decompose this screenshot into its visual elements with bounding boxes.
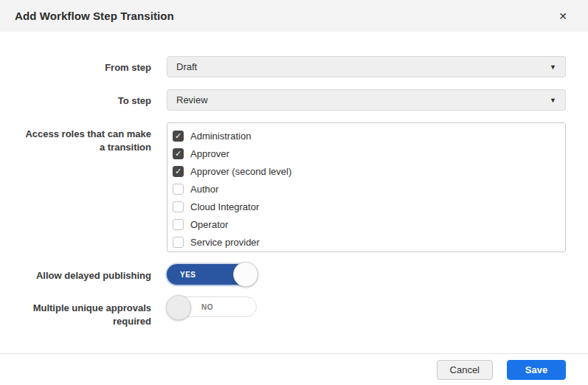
toggle-knob[interactable] (166, 295, 191, 320)
multiple-unique-approvals-toggle[interactable]: NO (167, 296, 257, 317)
checkbox-checked-icon[interactable]: ✓ (173, 131, 184, 142)
to-step-select[interactable]: Review ▼ (167, 89, 566, 111)
checkbox-unchecked-icon[interactable] (173, 219, 184, 230)
from-step-value: Draft (176, 61, 197, 72)
dialog-body: From step Draft ▼ To step Review ▼ Acces… (0, 32, 588, 328)
checkbox-checked-icon[interactable]: ✓ (173, 148, 184, 159)
checkbox-checked-icon[interactable]: ✓ (173, 166, 184, 177)
save-button[interactable]: Save (507, 360, 566, 380)
role-label: Administration (190, 131, 251, 142)
role-checkbox-row[interactable]: ✓Approver (second level) (167, 162, 565, 180)
cancel-button[interactable]: Cancel (437, 360, 493, 380)
access-roles-row: Access roles that can make a transition … (0, 122, 566, 252)
chevron-down-icon: ▼ (550, 97, 556, 104)
role-checkbox-row[interactable]: ✓Administration (167, 127, 565, 145)
toggle-knob[interactable] (233, 262, 258, 287)
allow-delayed-publishing-label: Allow delayed publishing (0, 264, 151, 285)
to-step-value: Review (176, 94, 208, 105)
role-label: Approver (second level) (190, 166, 291, 177)
toggle-state-label: YES (180, 271, 196, 279)
from-step-label: From step (0, 56, 151, 77)
checkbox-unchecked-icon[interactable] (173, 184, 184, 195)
role-label: Cloud Integrator (190, 201, 259, 212)
close-icon[interactable]: ✕ (556, 8, 570, 24)
dialog-header: Add Workflow Step Transition ✕ (0, 0, 588, 32)
access-roles-label: Access roles that can make a transition (0, 122, 151, 252)
allow-delayed-publishing-toggle[interactable]: YES (167, 264, 257, 285)
role-checkbox-row[interactable]: Cloud Integrator (167, 198, 565, 215)
role-label: Operator (190, 219, 228, 230)
checkbox-unchecked-icon[interactable] (173, 237, 184, 248)
allow-delayed-publishing-row: Allow delayed publishing YES (0, 264, 566, 285)
role-checkbox-row[interactable]: ✓Approver (167, 145, 565, 162)
add-workflow-step-transition-dialog: Add Workflow Step Transition ✕ From step… (0, 0, 588, 385)
to-step-row: To step Review ▼ (0, 89, 566, 111)
role-label: Service provider (190, 237, 260, 248)
from-step-row: From step Draft ▼ (0, 56, 566, 77)
access-roles-list: ✓Administration✓Approver✓Approver (secon… (167, 122, 566, 252)
role-checkbox-row[interactable]: Operator (167, 215, 565, 233)
role-checkbox-row[interactable]: Author (167, 180, 565, 198)
role-label: Author (190, 184, 218, 195)
dialog-footer: Cancel Save (0, 353, 588, 385)
multiple-unique-approvals-label: Multiple unique approvals required (0, 296, 151, 328)
multiple-unique-approvals-row: Multiple unique approvals required NO (0, 296, 566, 328)
role-checkbox-row[interactable]: Service provider (167, 233, 565, 251)
to-step-label: To step (0, 89, 151, 111)
dialog-title: Add Workflow Step Transition (15, 10, 174, 22)
role-label: Approver (190, 148, 229, 159)
chevron-down-icon: ▼ (550, 63, 556, 71)
toggle-state-label: NO (201, 303, 213, 311)
from-step-select[interactable]: Draft ▼ (167, 56, 566, 77)
checkbox-unchecked-icon[interactable] (173, 201, 184, 212)
